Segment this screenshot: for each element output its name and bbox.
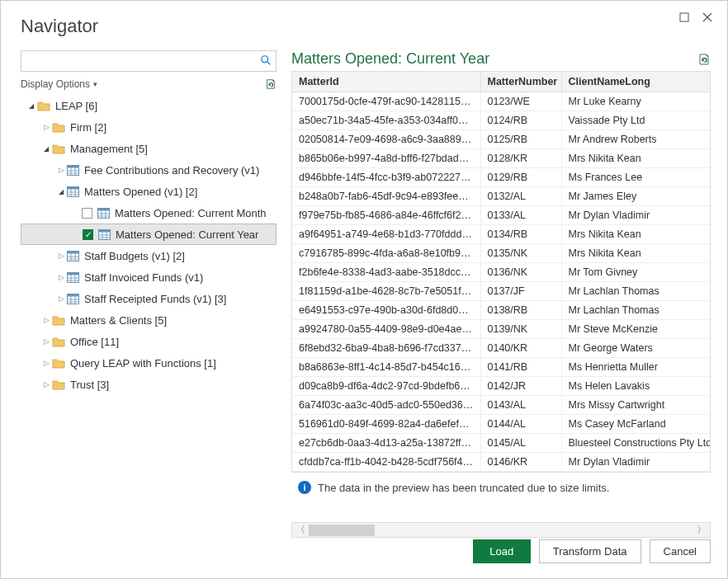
- table-row[interactable]: 1f81159d-a1be-4628-8c7b-7e5051f9cb870137…: [292, 282, 711, 301]
- load-button[interactable]: Load: [473, 539, 531, 563]
- tree-item-query-leap-functions[interactable]: ▷Query LEAP with Functions [1]: [21, 352, 277, 374]
- table-cell: 0146/KR: [480, 453, 561, 472]
- column-header[interactable]: ClientNameLong: [561, 72, 711, 92]
- table-row[interactable]: 02050814-7e09-4698-a6c9-3aa889cb57da0125…: [292, 130, 711, 149]
- chevron-down-icon[interactable]: ◢: [55, 188, 67, 195]
- window-maximize-icon[interactable]: [678, 11, 691, 24]
- tree-checkbox[interactable]: ✓: [83, 229, 93, 240]
- table-row[interactable]: e6491553-c97e-490b-a30d-6fd8d0acde4c0138…: [292, 301, 711, 320]
- table-row[interactable]: b8a6863e-8ff1-4c14-85d7-b454c1626a480141…: [292, 358, 711, 377]
- cancel-button[interactable]: Cancel: [650, 539, 711, 563]
- table-cell: 1f81159d-a1be-4628-8c7b-7e5051f9cb87: [292, 282, 480, 301]
- tree-item-matters-opened[interactable]: ◢Matters Opened (v1) [2]: [21, 181, 277, 202]
- table-row[interactable]: b865b06e-b997-4a8d-bff6-f27bdadec0ac0128…: [292, 149, 711, 168]
- chevron-right-icon[interactable]: ▷: [40, 316, 52, 324]
- tree-item-matters-clients[interactable]: ▷Matters & Clients [5]: [21, 309, 277, 331]
- table-cell: Mr James Eley: [561, 187, 711, 206]
- window-close-icon[interactable]: [701, 11, 714, 24]
- table-cell: 0135/NK: [480, 244, 561, 263]
- table-cell: Ms Henrietta Muller: [561, 358, 711, 377]
- chevron-right-icon[interactable]: ▷: [40, 123, 52, 131]
- table-cell: Vaissade Pty Ltd: [561, 111, 711, 130]
- table-row[interactable]: b248a0b7-fab6-45df-9c94-e893fee0933d0132…: [292, 187, 711, 206]
- tree-item-label: Staff Budgets (v1) [2]: [84, 250, 185, 262]
- table-row[interactable]: 516961d0-849f-4699-82a4-da6efef2169d0144…: [292, 415, 711, 434]
- folder-icon: [52, 358, 65, 369]
- column-header[interactable]: MatterNumber: [480, 72, 561, 92]
- table-cell: c7916785-899c-4fda-a6a8-8e10fb944bf6: [292, 244, 480, 263]
- table-row[interactable]: a9924780-0a55-4409-98e9-d0e4ae3dce1b0139…: [292, 320, 711, 339]
- table-cell: 0134/RB: [480, 225, 561, 244]
- display-options-dropdown[interactable]: Display Options ▾: [21, 78, 97, 90]
- svg-rect-22: [99, 229, 111, 232]
- table-row[interactable]: 6f8ebd32-6ba9-4ba8-b696-f7cd337ee9560140…: [292, 339, 711, 358]
- chevron-down-icon[interactable]: ◢: [40, 145, 52, 153]
- display-options-label: Display Options: [21, 78, 90, 90]
- table-row[interactable]: f2b6fe4e-8338-4ad3-aabe-3518dccf73030136…: [292, 263, 711, 282]
- table-cell: 0129/RB: [480, 168, 561, 187]
- tree-item-matters-current-year[interactable]: ▷✓Matters Opened: Current Year: [21, 224, 277, 245]
- svg-rect-16: [98, 208, 110, 210]
- preview-table[interactable]: MatterIdMatterNumberClientNameLong 70001…: [292, 72, 711, 472]
- table-row[interactable]: f979e75b-fb85-4686-a84e-46ffcf6f26c50133…: [292, 206, 711, 225]
- tree-item-staff-budgets[interactable]: ▷Staff Budgets (v1) [2]: [21, 245, 277, 266]
- chevron-right-icon[interactable]: ▷: [55, 166, 67, 174]
- export-icon[interactable]: [697, 53, 711, 66]
- table-row[interactable]: d09ca8b9-df6a-4dc2-97cd-9bdefb6c3a6a0142…: [292, 377, 711, 396]
- tree-item-staff-invoiced[interactable]: ▷Staff Invoiced Funds (v1): [21, 266, 277, 288]
- table-row[interactable]: 7000175d-0cfe-479f-ac90-1428115a557d0123…: [292, 92, 711, 111]
- tree-item-fee-contributions[interactable]: ▷Fee Contributions and Recovery (v1): [21, 159, 277, 181]
- tree-item-management[interactable]: ◢Management [5]: [21, 138, 277, 159]
- table-cell: 0145/AL: [480, 434, 561, 453]
- table-cell: Mr Tom Givney: [561, 263, 711, 282]
- scroll-right-icon[interactable]: 〉: [693, 523, 710, 537]
- table-row[interactable]: e27cb6db-0aa3-4d13-a25a-13872ffa25340145…: [292, 434, 711, 453]
- refresh-icon[interactable]: [265, 78, 277, 90]
- chevron-right-icon[interactable]: ▷: [55, 294, 67, 303]
- chevron-down-icon[interactable]: ◢: [26, 102, 37, 110]
- preview-pane: Matters Opened: Current Year MatterIdMat…: [291, 50, 711, 522]
- table-cell: 0128/KR: [480, 149, 561, 168]
- table-row[interactable]: c7916785-899c-4fda-a6a8-8e10fb944bf60135…: [292, 244, 711, 263]
- table-cell: Ms Helen Lavakis: [561, 377, 711, 396]
- table-row[interactable]: cfddb7ca-ff1b-4042-b428-5cdf756f437b0146…: [292, 453, 711, 472]
- table-cell: Mr Andrew Roberts: [561, 130, 711, 149]
- scroll-thumb[interactable]: [309, 525, 375, 536]
- table-cell: 0132/AL: [480, 187, 561, 206]
- table-cell: cfddb7ca-ff1b-4042-b428-5cdf756f437b: [292, 453, 480, 472]
- chevron-right-icon[interactable]: ▷: [40, 337, 52, 346]
- table-cell: Ms Frances Lee: [561, 168, 711, 187]
- tree-item-matters-current-month[interactable]: ▷Matters Opened: Current Month: [21, 202, 277, 224]
- tree-item-label: Matters Opened (v1) [2]: [84, 186, 197, 198]
- tree-item-staff-receipted[interactable]: ▷Staff Receipted Funds (v1) [3]: [21, 288, 277, 309]
- table-row[interactable]: d946bbfe-14f5-4fcc-b3f9-ab0722274f900129…: [292, 168, 711, 187]
- search-input[interactable]: [21, 50, 277, 72]
- search-icon[interactable]: [260, 54, 272, 66]
- horizontal-scrollbar[interactable]: 〈 〉: [291, 522, 711, 538]
- tree-item-firm[interactable]: ▷Firm [2]: [21, 116, 277, 138]
- table-row[interactable]: a50ec71b-34a5-45fe-a353-034aff09e3c60124…: [292, 111, 711, 130]
- table-row[interactable]: 6a74f03c-aa3c-40d5-adc0-550ed36307310143…: [292, 396, 711, 415]
- chevron-right-icon[interactable]: ▷: [55, 252, 67, 260]
- table-cell: Ms Casey McFarland: [561, 415, 711, 434]
- tree-checkbox[interactable]: [82, 208, 92, 219]
- table-cell: Mr George Waters: [561, 339, 711, 358]
- tree-item-office[interactable]: ▷Office [11]: [21, 331, 277, 352]
- tree-item-trust[interactable]: ▷Trust [3]: [21, 374, 277, 395]
- chevron-right-icon[interactable]: ▷: [55, 273, 67, 281]
- chevron-right-icon[interactable]: ▷: [40, 380, 52, 388]
- scroll-left-icon[interactable]: 〈: [292, 523, 309, 537]
- folder-icon: [52, 122, 65, 133]
- table-cell: Mrs Missy Cartwright: [561, 396, 711, 415]
- table-cell: 0124/RB: [480, 111, 561, 130]
- chevron-right-icon[interactable]: ▷: [40, 359, 52, 367]
- transform-data-button[interactable]: Transform Data: [539, 539, 641, 563]
- table-cell: Bluesteel Constructions Pty Ltd: [561, 434, 711, 453]
- tree-item-label: Firm [2]: [70, 121, 106, 134]
- tree-item-label: Trust [3]: [70, 379, 109, 391]
- source-tree[interactable]: ◢LEAP [6]▷Firm [2]◢Management [5]▷Fee Co…: [21, 95, 277, 522]
- table-row[interactable]: a9f64951-a749-4e68-b1d3-770fddd429b80134…: [292, 225, 711, 244]
- table-cell: d946bbfe-14f5-4fcc-b3f9-ab0722274f90: [292, 168, 480, 187]
- column-header[interactable]: MatterId: [292, 72, 480, 92]
- tree-item-leap-root[interactable]: ◢LEAP [6]: [21, 95, 277, 116]
